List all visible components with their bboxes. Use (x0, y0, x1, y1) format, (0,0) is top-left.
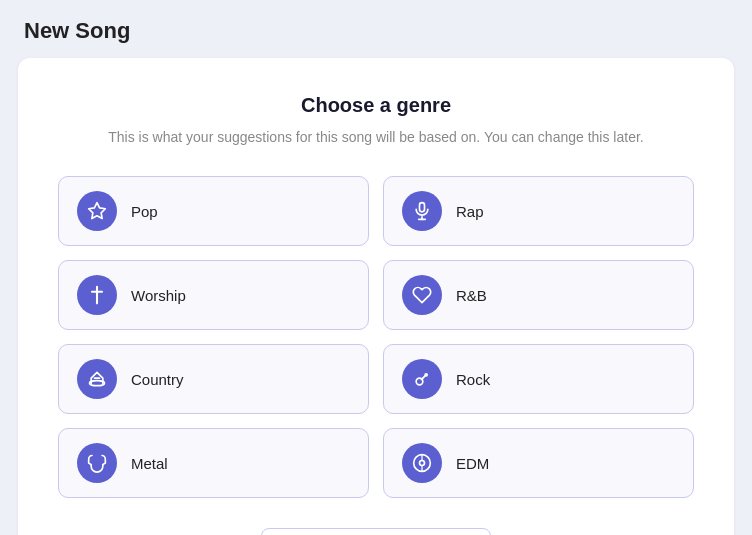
page-header: New Song (0, 0, 752, 58)
genre-label: R&B (456, 287, 487, 304)
genre-label: Rap (456, 203, 484, 220)
hat-icon (77, 359, 117, 399)
genre-label: Rock (456, 371, 490, 388)
card-subtitle: This is what your suggestions for this s… (58, 127, 694, 148)
genre-btn-rnb[interactable]: R&B (383, 260, 694, 330)
disc-icon (402, 443, 442, 483)
star-icon (77, 191, 117, 231)
genre-label: Pop (131, 203, 158, 220)
genre-grid: PopRapWorshipR&BCountryRockMetalEDM (58, 176, 694, 498)
mic-icon (402, 191, 442, 231)
genre-btn-worship[interactable]: Worship (58, 260, 369, 330)
genre-label: Metal (131, 455, 168, 472)
genre-label: EDM (456, 455, 489, 472)
cross-icon (77, 275, 117, 315)
genre-btn-country[interactable]: Country (58, 344, 369, 414)
guitar-icon (402, 359, 442, 399)
genre-label: Country (131, 371, 184, 388)
heart-icon (402, 275, 442, 315)
genre-btn-pop[interactable]: Pop (58, 176, 369, 246)
horns-icon (77, 443, 117, 483)
genre-label: Worship (131, 287, 186, 304)
genre-card: Choose a genre This is what your suggest… (18, 58, 734, 535)
genre-btn-metal[interactable]: Metal (58, 428, 369, 498)
genre-btn-edm[interactable]: EDM (383, 428, 694, 498)
page-title: New Song (24, 18, 728, 44)
card-title: Choose a genre (58, 94, 694, 117)
genre-btn-rock[interactable]: Rock (383, 344, 694, 414)
genre-btn-rap[interactable]: Rap (383, 176, 694, 246)
skip-button[interactable]: Skip (261, 528, 491, 535)
